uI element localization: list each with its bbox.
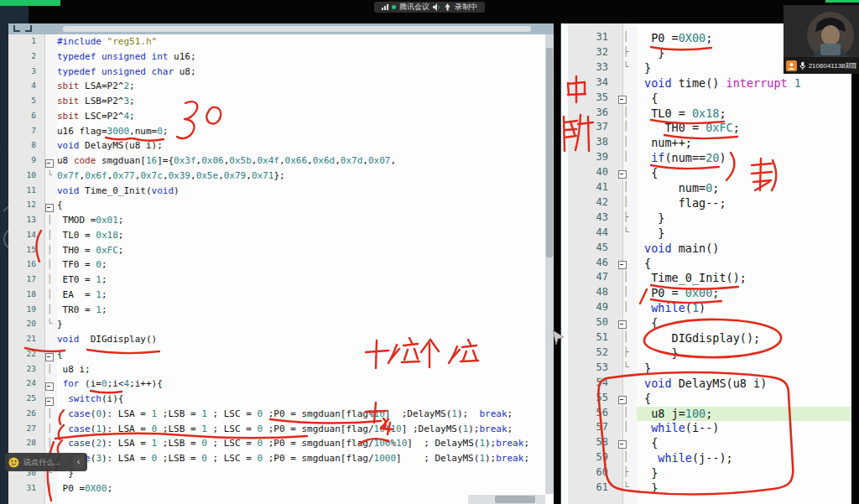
code-line-49[interactable]: 49│ while(1) [561,301,851,316]
code-line-55[interactable]: 55{ [561,392,851,407]
fold-marker: │ [615,301,637,312]
line-number: 32 [561,46,615,58]
editor-header-strip [8,23,554,34]
code-line-7[interactable]: 7u16 flag=3000,num=0; [8,126,554,141]
code-line-22[interactable]: 22{ [8,349,554,364]
fold-marker: │ [615,107,637,117]
code-text: { [637,436,658,449]
line-number: 1 [8,36,42,45]
code-line-52[interactable]: 52├ } [561,346,851,361]
fold-marker: │ [615,286,637,297]
fold-marker: └ [615,361,637,372]
chat-input-collapsed[interactable]: 说点什么... ‹ [5,453,87,471]
code-line-39[interactable]: 39│ if(num==20) [561,151,851,166]
code-line-59[interactable]: 59│ while(j--); [561,451,851,466]
code-text: } [637,226,664,240]
code-line-58[interactable]: 58 { [561,436,851,451]
code-line-46[interactable]: 46{ [561,257,851,272]
code-line-9[interactable]: 9u8 code smgduan[16]={0x3f,0x06,0x5b,0x4… [8,155,554,170]
code-line-29[interactable]: 29│ case(3): LSA = 0 ;LSB = 0 ; LSC = 0 … [8,453,554,468]
participant-avatar [784,5,859,57]
code-text: void main() [637,242,719,255]
code-line-4[interactable]: 4sbit LSA=P2^2; [8,81,554,96]
code-line-41[interactable]: 41│ num=0; [561,181,851,196]
code-line-43[interactable]: 43├ } [561,211,851,226]
line-number: 10 [8,170,42,179]
code-line-19[interactable]: 19│ TR0 = 1; [8,304,554,320]
code-line-34[interactable]: 34void time() interrupt 1 [561,76,851,91]
code-line-1[interactable]: 1#include "reg51.h" [8,36,554,51]
code-line-20[interactable]: 20└} [8,319,554,334]
code-line-24[interactable]: 24 for (i=0;i<4;i++){ [8,378,554,393]
code-pane-right[interactable]: 31│ P0 =0X00;32├ }33└}34void time() inte… [560,23,851,504]
code-line-45[interactable]: 45void main() [561,242,851,257]
code-line-16[interactable]: 16│ TF0 = 0; [8,259,554,274]
code-line-11[interactable]: 11void Time_0_Init(void) [8,185,554,200]
line-number: 55 [561,392,615,403]
code-line-10[interactable]: 10└0x7f,0x6f,0x77,0x7c,0x39,0x5e,0x79,0x… [8,170,554,185]
webcam-panel[interactable]: 2106041138郑阳 [784,5,859,74]
code-line-25[interactable]: 25 switch(i){ [8,393,554,408]
code-line-28[interactable]: 28│ case(2): LSA = 1 ;LSB = 0 ; LSC = 0 … [8,438,554,453]
line-number: 53 [561,361,615,373]
code-text: DIGdisplay(); [637,331,760,345]
app-name: 腾讯会议 [399,2,430,13]
code-line-42[interactable]: 42│ flag--; [561,196,851,211]
code-line-47[interactable]: 47│ Time_0_Init(); [561,271,851,286]
code-line-30[interactable]: 30└ } [8,468,554,483]
code-text: typedef unsigned char u8; [57,66,196,77]
fold-marker: ├ [615,211,637,222]
code-line-5[interactable]: 5sbit LSB=P2^3; [8,96,554,111]
code-text: void DIGdisplay() [57,334,157,345]
code-line-21[interactable]: 21void DIGdisplay() [8,334,554,349]
code-line-37[interactable]: 37│ TH0 = 0xFC; [561,121,851,136]
code-text: } [637,211,664,225]
fold-marker: │ [615,451,637,462]
code-line-6[interactable]: 6sbit LSC=P2^4; [8,111,554,126]
code-line-18[interactable]: 18│ EA = 1; [8,289,554,304]
code-pane-left[interactable]: 1#include "reg51.h"2typedef unsigned int… [8,23,554,504]
fold-marker: └ [615,61,637,72]
code-line-48[interactable]: 48│ P0 = 0x00; [561,286,851,301]
code-line-38[interactable]: 38│ num++; [561,136,851,151]
fold-marker: └ [42,170,57,179]
meeting-toolbar[interactable]: 腾讯会议 录制中 [374,2,485,13]
code-line-8[interactable]: 8void DelayMS(u8 i); [8,140,554,155]
code-line-53[interactable]: 53└} [561,361,851,377]
code-line-2[interactable]: 2typedef unsigned int u16; [8,51,554,66]
code-line-56[interactable]: 56│ u8 j=100; [561,407,851,422]
code-line-51[interactable]: 51│ DIGdisplay(); [561,331,851,346]
code-line-15[interactable]: 15│ TH0 = 0xFC; [8,245,554,260]
line-number: 23 [8,364,42,373]
code-line-44[interactable]: 44└ } [561,226,851,242]
code-line-3[interactable]: 3typedef unsigned char u8; [8,66,554,81]
code-line-60[interactable]: 60├ } [561,466,851,481]
code-line-12[interactable]: 12{ [8,200,554,215]
code-line-50[interactable]: 50 { [561,316,851,331]
code-line-31[interactable]: 31│ P0 =0X00; [8,483,554,498]
code-line-14[interactable]: 14│ TL0 = 0x18; [8,230,554,245]
code-line-17[interactable]: 17│ ET0 = 1; [8,274,554,289]
code-line-27[interactable]: 27│ case(1): LSA = 0 ;LSB = 1 ; LSC = 0 … [8,423,554,439]
code-text: TH0 = 0xFC; [57,245,123,256]
line-number: 9 [8,155,42,164]
collapse-chevron[interactable]: ‹ [73,455,84,469]
line-number: 56 [561,407,615,418]
code-line-23[interactable]: 23│ u8 i; [8,364,554,379]
code-text: TL0 = 0x18; [57,230,123,241]
fold-marker: └ [42,319,57,328]
code-text: void DelayMS(u8 i); [57,140,163,151]
code-line-57[interactable]: 57│ while(i--) [561,421,851,436]
fold-marker: └ [615,226,637,237]
code-line-36[interactable]: 36│ TL0 = 0x18; [561,107,851,122]
line-number: 2 [8,51,42,60]
line-number: 44 [561,226,615,238]
header-scroll-bar[interactable] [63,26,531,32]
code-line-35[interactable]: 35 { [561,91,851,107]
code-line-54[interactable]: 54void DelayMS(u8 i) [561,377,851,392]
code-line-13[interactable]: 13│ TMOD =0x01; [8,215,554,230]
code-line-40[interactable]: 40 { [561,166,851,181]
code-line-61[interactable]: 61└ } [561,481,851,496]
status-dot-icon [392,5,396,9]
code-line-26[interactable]: 26│ case(0): LSA = 1 ;LSB = 1 ; LSC = 0 … [8,408,554,423]
